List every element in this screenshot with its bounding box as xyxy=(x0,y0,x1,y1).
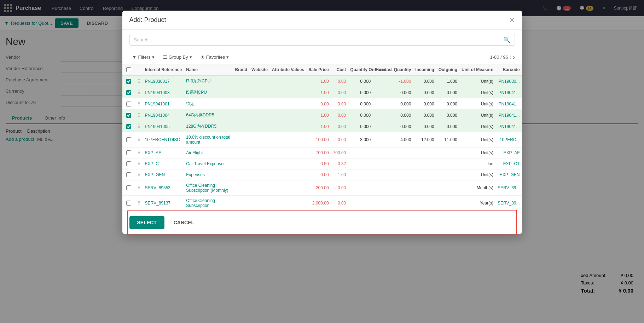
dialog-overlay: Add: Product ✕ 🔍 ▼ Filters ▾ ☰ Group By xyxy=(0,0,644,16)
add-product-dialog: Add: Product ✕ 🔍 ▼ Filters ▾ ☰ Group By xyxy=(122,11,522,16)
dialog-header: Add: Product ✕ xyxy=(122,11,522,16)
